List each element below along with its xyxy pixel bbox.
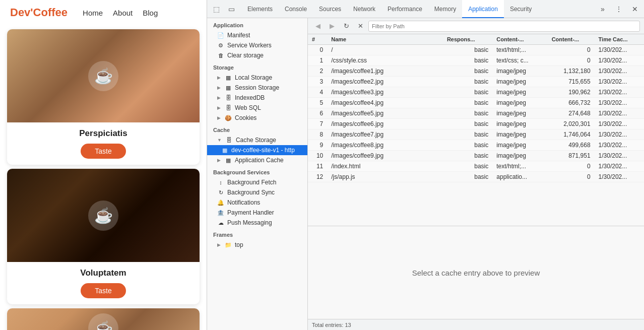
sidebar-item-payment-handler[interactable]: 🏦 Payment Handler — [207, 208, 307, 218]
refresh-button[interactable]: ↻ — [340, 20, 352, 32]
close-devtools-icon[interactable]: ✕ — [628, 2, 642, 16]
delete-button[interactable]: ✕ — [354, 20, 366, 32]
taste-button-1[interactable]: Taste — [81, 144, 125, 159]
nav-home[interactable]: Home — [83, 9, 103, 17]
table-row[interactable]: 9 /images/coffee8.jpg basic image/jpeg 4… — [308, 140, 644, 151]
tab-sources[interactable]: Sources — [313, 0, 347, 18]
sidebar-item-bg-fetch[interactable]: ↕ Background Fetch — [207, 177, 307, 187]
cell-content1: image/jpeg — [492, 129, 547, 140]
col-header-response[interactable]: Respons... — [443, 34, 492, 45]
devtools-panel: ⬚ ▭ Elements Console Sources Network Per… — [207, 0, 644, 330]
sidebar-item-service-workers[interactable]: ⚙ Service Workers — [207, 40, 307, 50]
app-cache-icon: ▦ — [225, 157, 232, 164]
sidebar-item-clear-storage[interactable]: 🗑 Clear storage — [207, 50, 307, 60]
filter-input[interactable] — [368, 21, 640, 32]
table-row[interactable]: 6 /images/coffee5.jpg basic image/jpeg 2… — [308, 108, 644, 119]
sidebar-item-session-storage[interactable]: ▶ ▦ Session Storage — [207, 83, 307, 93]
sidebar-item-cache-storage[interactable]: ▼ 🗄 Cache Storage — [207, 135, 307, 145]
sidebar-item-web-sql[interactable]: ▶ 🗄 Web SQL — [207, 103, 307, 113]
col-header-num[interactable]: # — [308, 34, 327, 45]
forward-button[interactable]: ▶ — [326, 20, 338, 32]
devtools-toolbar: ⬚ ▭ Elements Console Sources Network Per… — [207, 0, 644, 18]
cell-response: basic — [443, 151, 492, 161]
sidebar-label-service-workers: Service Workers — [227, 42, 272, 49]
col-header-content2[interactable]: Content-... — [548, 34, 595, 45]
sidebar-item-cookies[interactable]: ▶ 🍪 Cookies — [207, 113, 307, 123]
sidebar-item-notifications[interactable]: 🔔 Notifications — [207, 197, 307, 208]
table-row[interactable]: 3 /images/coffee2.jpg basic image/jpeg 7… — [308, 77, 644, 87]
table-row[interactable]: 4 /images/coffee3.jpg basic image/jpeg 1… — [308, 87, 644, 98]
status-text: Total entries: 13 — [312, 322, 351, 328]
sidebar-item-bg-sync[interactable]: ↻ Background Sync — [207, 187, 307, 197]
bg-sync-icon: ↻ — [217, 189, 224, 196]
coffee-card-2: ☕ Voluptatem Taste — [7, 169, 200, 304]
sidebar-item-manifest[interactable]: 📄 Manifest — [207, 30, 307, 40]
expand-indexeddb: ▶ — [217, 95, 221, 100]
tab-elements[interactable]: Elements — [241, 0, 279, 18]
sidebar-item-cache-entry[interactable]: ▦ dev-coffee-site-v1 - http — [207, 145, 307, 155]
cell-name: /images/coffee4.jpg — [327, 98, 443, 108]
cache-table-container: # Name Respons... Content-... Content-..… — [308, 34, 644, 226]
table-row[interactable]: 2 /images/coffee1.jpg basic image/jpeg 1… — [308, 66, 644, 77]
col-header-time[interactable]: Time Cac... — [595, 34, 644, 45]
table-row[interactable]: 0 / basic text/html;... 0 1/30/202... — [308, 45, 644, 55]
table-row[interactable]: 7 /images/coffee6.jpg basic image/jpeg 2… — [308, 119, 644, 129]
coffee-title-2: Voluptatem — [13, 268, 194, 278]
sidebar-item-push-messaging[interactable]: ☁ Push Messaging — [207, 218, 307, 228]
coffee-card-1: ☕ Perspiciatis Taste — [7, 29, 200, 165]
cell-response: basic — [443, 140, 492, 151]
cell-name: /images/coffee2.jpg — [327, 77, 443, 87]
sidebar-item-local-storage[interactable]: ▶ ▦ Local Storage — [207, 73, 307, 83]
col-header-name[interactable]: Name — [327, 34, 443, 45]
sidebar-item-app-cache[interactable]: ▶ ▦ Application Cache — [207, 155, 307, 165]
cell-name: /images/coffee6.jpg — [327, 119, 443, 129]
tab-console[interactable]: Console — [279, 0, 313, 18]
expand-web-sql: ▶ — [217, 105, 221, 110]
tab-application[interactable]: Application — [462, 0, 504, 18]
cell-name: /images/coffee8.jpg — [327, 140, 443, 151]
tab-memory[interactable]: Memory — [428, 0, 462, 18]
table-row[interactable]: 8 /images/coffee7.jpg basic image/jpeg 1… — [308, 129, 644, 140]
nav-about[interactable]: About — [113, 9, 133, 17]
toolbar-end: » ⋮ ✕ — [596, 2, 642, 16]
table-row[interactable]: 11 /index.html basic text/html;... 0 1/3… — [308, 161, 644, 172]
cell-num: 7 — [308, 119, 327, 129]
devtools-tabs: Elements Console Sources Network Perform… — [241, 0, 596, 18]
cell-num: 6 — [308, 108, 327, 119]
tab-security[interactable]: Security — [504, 0, 538, 18]
cell-name: /images/coffee3.jpg — [327, 87, 443, 98]
table-row[interactable]: 10 /images/coffee9.jpg basic image/jpeg … — [308, 151, 644, 161]
cell-content1: text/css; c... — [492, 55, 547, 66]
coffee-card-body-1: Perspiciatis Taste — [7, 122, 200, 165]
more-options-icon[interactable]: ⋮ — [612, 2, 626, 16]
cell-content2: 1,746,064 — [548, 129, 595, 140]
cell-name: /images/coffee1.jpg — [327, 66, 443, 77]
expand-app-cache: ▶ — [217, 158, 221, 163]
taste-button-2[interactable]: Taste — [81, 283, 125, 298]
coffee-title-1: Perspiciatis — [13, 128, 194, 139]
back-button[interactable]: ◀ — [312, 20, 324, 32]
section-label-cache: Cache — [207, 123, 307, 135]
inspect-icon[interactable]: ⬚ — [209, 2, 223, 16]
sidebar-label-indexeddb: IndexedDB — [235, 94, 265, 101]
sidebar-item-top-frame[interactable]: ▶ 📁 top — [207, 240, 307, 250]
cell-content1: text/html;... — [492, 161, 547, 172]
cell-time: 1/30/202... — [595, 108, 644, 119]
device-icon[interactable]: ▭ — [224, 2, 238, 16]
nav-blog[interactable]: Blog — [143, 9, 158, 17]
table-row[interactable]: 1 /css/style.css basic text/css; c... 0 … — [308, 55, 644, 66]
cell-response: basic — [443, 98, 492, 108]
col-header-content1[interactable]: Content-... — [492, 34, 547, 45]
cell-content2: 1,132,180 — [548, 66, 595, 77]
tab-network[interactable]: Network — [347, 0, 381, 18]
more-tabs-icon[interactable]: » — [596, 2, 610, 16]
cell-content1: image/jpeg — [492, 98, 547, 108]
tab-performance[interactable]: Performance — [381, 0, 428, 18]
sidebar-label-manifest: Manifest — [227, 32, 250, 39]
cell-response: basic — [443, 119, 492, 129]
sidebar-label-push-messaging: Push Messaging — [227, 219, 272, 226]
sidebar-item-indexeddb[interactable]: ▶ 🗄 IndexedDB — [207, 93, 307, 103]
cell-content2: 190,962 — [548, 87, 595, 98]
table-row[interactable]: 5 /images/coffee4.jpg basic image/jpeg 6… — [308, 98, 644, 108]
table-row[interactable]: 12 /js/app.js basic applicatio... 0 1/30… — [308, 172, 644, 182]
